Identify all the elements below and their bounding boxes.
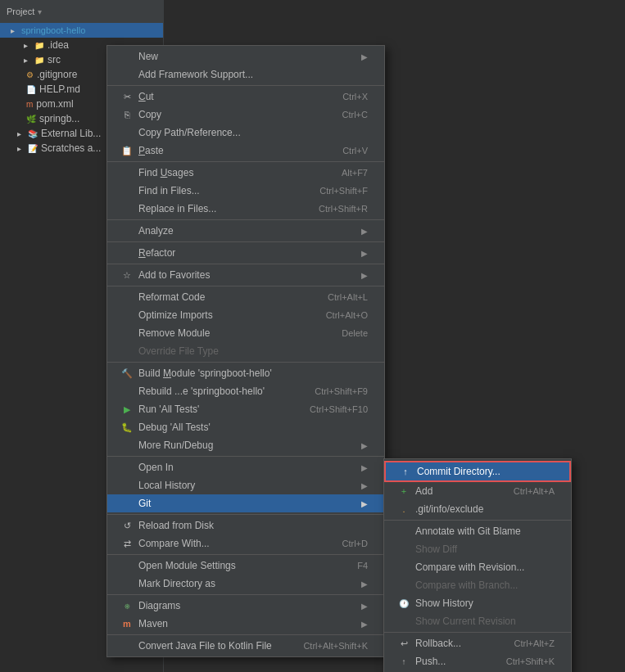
menu-diagrams[interactable]: ⎈ Diagrams ▶ [107, 597, 384, 615]
optimize-shortcut: Ctrl+Alt+O [326, 310, 368, 320]
folder-arrow-icon: ▸ [20, 39, 31, 51]
project-root-name: springboot-hello [21, 25, 85, 35]
extlibs-label: External Lib... [41, 128, 101, 139]
compare-branch-icon [397, 579, 410, 592]
commit-dir-icon: ↑ [399, 465, 412, 478]
paste-shortcut: Ctrl+V [342, 146, 368, 156]
menu-build-module-label: Build Module 'springboot-hello' [138, 368, 272, 379]
menu-copy-path[interactable]: Copy Path/Reference... [107, 124, 384, 142]
show-current-revision-icon [397, 615, 410, 628]
menu-show-diff-label: Show Diff [415, 543, 457, 555]
menu-push[interactable]: ↑ Push... Ctrl+Shift+K [384, 652, 571, 670]
copy-shortcut: Ctrl+C [342, 110, 368, 120]
find-in-files-shortcut: Ctrl+Shift+F [319, 186, 368, 196]
menu-git-info-exclude-label: .git/info/exclude [415, 503, 483, 515]
menu-find-in-files[interactable]: Find in Files... Ctrl+Shift+F [107, 182, 384, 200]
scratches-label: Scratches a... [41, 142, 101, 154]
menu-git-add[interactable]: + Add Ctrl+Alt+A [384, 482, 571, 500]
sep3 [107, 219, 384, 220]
sep9 [107, 514, 384, 515]
menu-debug-all-tests[interactable]: 🐛 Debug 'All Tests' [107, 418, 384, 436]
extlibs-arrow-icon: ▸ [13, 128, 25, 139]
menu-git-info-exclude[interactable]: . .git/info/exclude [384, 500, 571, 518]
menu-compare-revision[interactable]: Compare with Revision... [384, 558, 571, 576]
sep6 [107, 286, 384, 286]
menu-add-framework[interactable]: Add Framework Support... [107, 65, 384, 83]
menu-refactor[interactable]: Refactor ▶ [107, 244, 384, 262]
open-in-arrow: ▶ [361, 463, 368, 472]
run-all-tests-shortcut: Ctrl+Shift+F10 [310, 404, 368, 414]
mark-directory-icon [120, 577, 134, 590]
menu-override-file-type: Override File Type [107, 342, 384, 360]
reformat-icon [120, 291, 134, 304]
convert-java-icon [120, 639, 134, 652]
menu-compare-with[interactable]: ⇄ Compare With... Ctrl+D [107, 534, 384, 552]
menu-rollback-label: Rollback... [415, 638, 461, 649]
add-framework-icon [120, 68, 134, 81]
project-label: Project [7, 7, 34, 16]
menu-local-history[interactable]: Local History ▶ [107, 476, 384, 494]
show-diff-icon [397, 543, 410, 556]
sep8 [107, 456, 384, 457]
new-arrow: ▶ [361, 52, 368, 61]
menu-show-history[interactable]: 🕐 Show History [384, 594, 571, 612]
menu-rollback[interactable]: ↩ Rollback... Ctrl+Alt+Z [384, 634, 571, 652]
menu-find-usages-label: Find Usages [138, 167, 193, 178]
push-icon: ↑ [397, 655, 410, 668]
maven-icon: m [120, 617, 134, 630]
menu-paste[interactable]: 📋 Paste Ctrl+V [107, 142, 384, 160]
menu-reformat[interactable]: Reformat Code Ctrl+Alt+L [107, 288, 384, 306]
run-icon: ▶ [120, 403, 134, 416]
menu-maven[interactable]: m Maven ▶ [107, 615, 384, 633]
menu-mark-directory-label: Mark Directory as [138, 578, 215, 589]
menu-reload-label: Reload from Disk [138, 520, 214, 531]
menu-add-favorites[interactable]: ☆ Add to Favorites ▶ [107, 266, 384, 284]
menu-remove-module[interactable]: Remove Module Delete [107, 324, 384, 342]
maven-arrow: ▶ [361, 620, 368, 629]
project-dropdown-icon[interactable]: ▾ [38, 7, 42, 16]
menu-maven-label: Maven [138, 618, 168, 629]
menu-run-all-tests-label: Run 'All Tests' [138, 404, 199, 415]
build-module-icon: 🔨 [120, 367, 134, 380]
springboot-icon: 🌿 [26, 115, 36, 124]
menu-find-usages[interactable]: Find Usages Alt+F7 [107, 164, 384, 182]
menu-open-module-settings[interactable]: Open Module Settings F4 [107, 557, 384, 575]
scratches-arrow-icon: ▸ [13, 142, 25, 154]
local-history-icon [120, 479, 134, 492]
menu-analyze[interactable]: Analyze ▶ [107, 222, 384, 240]
rebuild-shortcut: Ctrl+Shift+F9 [315, 386, 368, 396]
menu-annotate-blame[interactable]: Annotate with Git Blame [384, 522, 571, 540]
open-module-settings-icon [120, 559, 134, 572]
menu-optimize-imports[interactable]: Optimize Imports Ctrl+Alt+O [107, 306, 384, 324]
menu-show-history-label: Show History [415, 598, 473, 609]
menu-build-module[interactable]: 🔨 Build Module 'springboot-hello' [107, 364, 384, 382]
menu-commit-directory[interactable]: ↑ Commit Directory... [384, 461, 571, 482]
idea-label: .idea [48, 39, 69, 51]
git-add-shortcut: Ctrl+Alt+A [514, 486, 555, 496]
refactor-icon [120, 246, 134, 259]
project-root-item[interactable]: ▸ springboot-hello [0, 23, 163, 38]
menu-cut[interactable]: ✂ Cut Ctrl+X [107, 88, 384, 106]
menu-mark-directory[interactable]: Mark Directory as ▶ [107, 575, 384, 593]
project-folder-icon: ▸ [7, 25, 18, 36]
menu-run-all-tests[interactable]: ▶ Run 'All Tests' Ctrl+Shift+F10 [107, 400, 384, 418]
menu-rebuild[interactable]: Rebuild ...e 'springboot-hello' Ctrl+Shi… [107, 382, 384, 400]
menu-refactor-label: Refactor [138, 247, 175, 259]
menu-git-label: Git [138, 498, 151, 509]
menu-reload-from-disk[interactable]: ↺ Reload from Disk [107, 516, 384, 534]
git-sep1 [384, 520, 571, 521]
menu-more-run-debug[interactable]: More Run/Debug ▶ [107, 436, 384, 454]
menu-optimize-label: Optimize Imports [138, 309, 213, 321]
menu-convert-java[interactable]: Convert Java File to Kotlin File Ctrl+Al… [107, 637, 384, 655]
menu-git[interactable]: Git ▶ [107, 494, 384, 512]
menu-replace-in-files[interactable]: Replace in Files... Ctrl+Shift+R [107, 200, 384, 218]
project-header: Project ▾ [0, 0, 163, 23]
override-icon [120, 345, 134, 358]
menu-copy[interactable]: ⎘ Copy Ctrl+C [107, 106, 384, 124]
new-icon [120, 50, 134, 63]
git-exclude-icon: . [397, 503, 410, 516]
menu-new[interactable]: New ▶ [107, 47, 384, 65]
sep5 [107, 264, 384, 264]
menu-open-in[interactable]: Open In ▶ [107, 458, 384, 476]
helpmd-label: HELP.md [39, 83, 80, 95]
